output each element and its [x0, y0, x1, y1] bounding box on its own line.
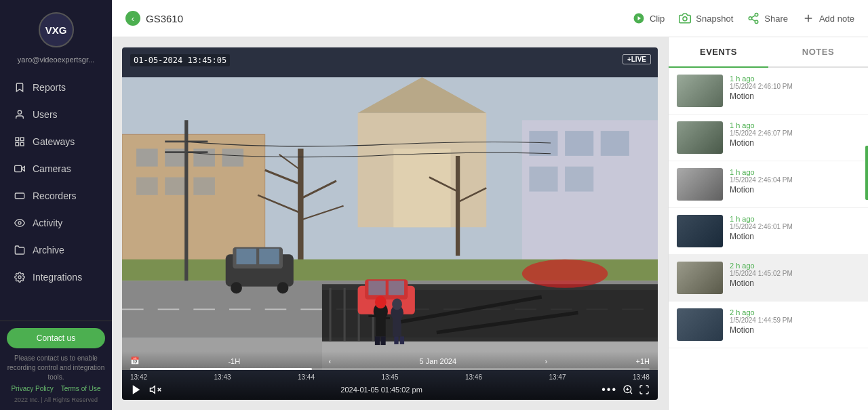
timeline-prev-arrow[interactable]: ‹	[329, 357, 332, 365]
event-item[interactable]: 2 h ago 1/5/2024 1:45:02 PM Motion	[669, 255, 868, 302]
svg-marker-86	[133, 385, 140, 394]
video-container[interactable]: 01-05-2024 13:45:05 +LIVE 📅 -1H ‹ 5 Jan …	[122, 47, 658, 400]
sidebar-item-integrations[interactable]: Integrations	[0, 264, 112, 291]
back-button[interactable]: ‹ GS3610	[125, 11, 183, 26]
event-item[interactable]: 1 h ago 1/5/2024 2:46:04 PM Motion	[669, 161, 868, 208]
event-type: Motion	[730, 232, 860, 241]
svg-rect-73	[380, 336, 385, 345]
zoom-button[interactable]	[623, 384, 633, 395]
share-icon	[747, 12, 760, 25]
timeline-plus[interactable]: +1H	[635, 357, 650, 365]
event-time-ago: 2 h ago	[730, 262, 860, 270]
right-panel: EVENTS NOTES 1 h ago 1/5/2024 2:46:10 PM…	[668, 37, 868, 410]
event-time-ago: 1 h ago	[730, 75, 860, 83]
event-thumbnail	[677, 262, 723, 294]
sidebar-item-label: Cameras	[33, 163, 71, 174]
svg-line-15	[752, 19, 755, 21]
sidebar: VXG yaro@videoexpertsgr... Reports Users…	[0, 0, 112, 410]
event-time-ago: 1 h ago	[730, 215, 860, 223]
gear-icon	[14, 271, 26, 283]
sidebar-item-label: Users	[33, 109, 58, 120]
mute-button[interactable]	[149, 384, 161, 396]
svg-point-8	[18, 276, 21, 279]
sidebar-item-label: Archive	[33, 245, 64, 255]
timeline-progress	[130, 368, 312, 370]
footer-links: Privacy Policy Terms of Use	[7, 385, 105, 392]
event-datetime: 1/5/2024 1:44:59 PM	[730, 316, 860, 324]
svg-marker-87	[151, 386, 155, 394]
content-area: 01-05-2024 13:45:05 +LIVE 📅 -1H ‹ 5 Jan …	[112, 37, 868, 410]
privacy-policy-link[interactable]: Privacy Policy	[11, 385, 53, 392]
event-info: 1 h ago 1/5/2024 2:46:04 PM Motion	[730, 168, 860, 194]
timeline-bar[interactable]	[130, 368, 650, 370]
controls-row: 2024-01-05 01:45:02 pm •••	[130, 384, 650, 396]
svg-rect-78	[400, 336, 404, 344]
event-item[interactable]: 2 h ago 1/5/2024 1:44:59 PM Motion	[669, 302, 868, 348]
event-item[interactable]: 1 h ago 1/5/2024 2:46:01 PM Motion	[669, 208, 868, 255]
tl-label-3: 13:45	[381, 373, 398, 381]
sidebar-footer: Contact us Please contact us to enable r…	[0, 321, 112, 410]
svg-rect-53	[329, 288, 331, 342]
event-thumbnail	[677, 121, 723, 154]
tab-notes[interactable]: NOTES	[768, 37, 868, 66]
svg-rect-35	[601, 131, 629, 156]
controls-right: •••	[601, 384, 650, 396]
svg-point-62	[277, 282, 289, 293]
snapshot-label: Snapshot	[696, 14, 733, 24]
green-indicator	[865, 146, 868, 200]
video-timestamp: 01-05-2024 13:45:05	[130, 54, 230, 66]
sidebar-item-gateways[interactable]: Gateways	[0, 128, 112, 155]
timeline-nav: 📅 -1H ‹ 5 Jan 2024 › +1H	[130, 356, 650, 365]
sidebar-item-activity[interactable]: Activity	[0, 209, 112, 237]
event-item[interactable]: 1 h ago 1/5/2024 2:46:10 PM Motion	[669, 68, 868, 115]
svg-line-16	[752, 16, 755, 18]
clip-action[interactable]: Clip	[632, 12, 665, 25]
event-datetime: 1/5/2024 2:46:01 PM	[730, 223, 860, 230]
vxg-logo: VXG	[39, 12, 74, 47]
clip-label: Clip	[650, 14, 665, 24]
add-note-action[interactable]: Add note	[802, 12, 854, 25]
svg-rect-60	[259, 249, 279, 264]
svg-rect-72	[375, 336, 380, 345]
svg-point-7	[18, 222, 21, 224]
event-time-ago: 1 h ago	[730, 121, 860, 129]
svg-rect-34	[565, 131, 593, 156]
camera-title: GS3610	[146, 13, 183, 24]
contact-button[interactable]: Contact us	[7, 328, 105, 348]
event-time-ago: 2 h ago	[730, 308, 860, 316]
sidebar-item-label: Recorders	[33, 190, 77, 201]
fullscreen-button[interactable]	[639, 384, 650, 395]
event-item[interactable]: 1 h ago 1/5/2024 2:46:07 PM Motion	[669, 115, 868, 161]
sidebar-item-cameras[interactable]: Cameras	[0, 155, 112, 182]
event-datetime: 1/5/2024 2:46:10 PM	[730, 83, 860, 90]
tl-label-0: 13:42	[130, 373, 147, 381]
svg-rect-5	[15, 165, 22, 171]
svg-point-12	[755, 14, 759, 17]
event-info: 1 h ago 1/5/2024 2:46:10 PM Motion	[730, 75, 860, 101]
sidebar-item-reports[interactable]: Reports	[0, 74, 112, 101]
datetime-display: 2024-01-05 01:45:02 pm	[340, 386, 422, 394]
more-button[interactable]: •••	[601, 384, 617, 396]
svg-point-11	[683, 17, 687, 21]
tab-events[interactable]: EVENTS	[669, 37, 768, 68]
svg-rect-66	[389, 281, 404, 295]
snapshot-action[interactable]: Snapshot	[678, 12, 733, 25]
add-note-icon	[802, 12, 815, 25]
sidebar-item-archive[interactable]: Archive	[0, 237, 112, 264]
timeline-next-arrow[interactable]: ›	[545, 357, 547, 365]
event-type: Motion	[730, 279, 860, 288]
clip-icon	[632, 12, 646, 25]
share-action[interactable]: Share	[747, 12, 788, 25]
user-email: yaro@videoexpertsgr...	[0, 53, 112, 70]
play-button[interactable]	[130, 384, 142, 396]
event-time-ago: 1 h ago	[730, 168, 860, 176]
terms-link[interactable]: Terms of Use	[61, 385, 101, 392]
timeline-minus[interactable]: -1H	[228, 357, 240, 365]
svg-rect-69	[376, 312, 386, 337]
folder-icon	[14, 244, 26, 256]
logo-area: VXG	[0, 0, 112, 53]
events-list: 1 h ago 1/5/2024 2:46:10 PM Motion 1 h a…	[669, 68, 868, 410]
sidebar-item-recorders[interactable]: Recorders	[0, 182, 112, 209]
svg-rect-65	[368, 281, 385, 295]
sidebar-item-users[interactable]: Users	[0, 101, 112, 128]
